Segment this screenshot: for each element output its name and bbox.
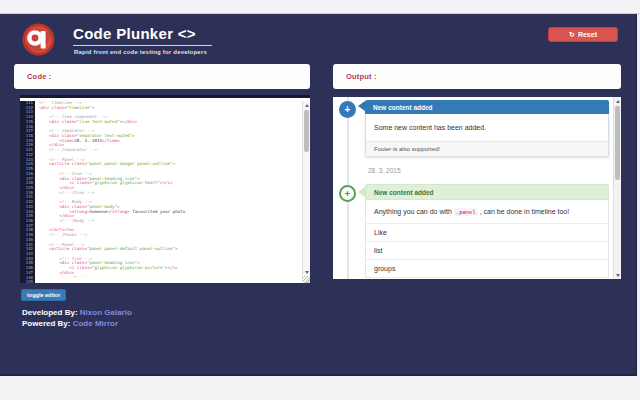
toggle-editor-label: toggle editor (27, 292, 60, 298)
list-item: Like (365, 224, 609, 242)
plus-glyph: + (345, 104, 351, 115)
output-vertical-scrollbar[interactable] (613, 97, 621, 279)
list-item: groups (365, 260, 609, 278)
refresh-icon: ↻ (569, 31, 575, 38)
code-section-header: Code : (14, 64, 310, 89)
scroll-down-arrow-icon[interactable] (614, 271, 621, 279)
code-editor[interactable]: 1111121131141151161171181191201211221231… (20, 95, 310, 283)
powered-by-line: Powered By: Code Mirror (22, 319, 118, 328)
scroll-up-arrow-icon[interactable] (614, 97, 621, 105)
timeline-plus-icon-primary: + (339, 101, 356, 118)
developed-by-line: Developed By: Nixon Galario (22, 308, 132, 317)
page-subtitle: Rapid front end code testing for develop… (74, 49, 207, 55)
panel2-notch (358, 187, 365, 197)
toggle-editor-button[interactable]: toggle editor (21, 289, 66, 301)
panel1-footer: Footer is also supported! (365, 141, 609, 157)
timeline-plus-icon-success: + (339, 185, 356, 202)
list-item: list (365, 242, 609, 260)
line-number: 149 (20, 280, 35, 283)
scroll-down-arrow-icon[interactable] (303, 268, 310, 276)
code-plunker-logo-icon (22, 23, 55, 56)
editor-vertical-scrollbar[interactable] (302, 101, 310, 283)
inline-code-chip: .panel (454, 208, 478, 216)
panel2-heading: New content added (365, 184, 609, 200)
panel2-body-text-before: Anything you can do with (374, 208, 452, 215)
panel2-body: Anything you can do with .panel , can be… (365, 200, 609, 224)
editor-gutter: 1111121131141151161171181191201211221231… (20, 101, 35, 283)
timeline-panel-primary: New content added Some new content has b… (365, 100, 609, 157)
scroll-up-arrow-icon[interactable] (303, 101, 310, 109)
reset-button[interactable]: ↻ Reset (548, 27, 618, 42)
page-title: Code Plunker <> (73, 25, 196, 42)
panel1-body: Some new content has been added. (365, 114, 609, 141)
timeline-list-group: Likelistgroups (365, 224, 609, 278)
timeline-panel-success: New content added Anything you can do wi… (365, 184, 609, 278)
panel1-notch (358, 101, 365, 111)
code-section-label: Code : (27, 72, 52, 81)
developed-by-label: Developed By: (22, 308, 78, 317)
panel2-body-text-after: , can be done in timeline too! (480, 208, 570, 215)
reset-button-label: Reset (578, 31, 597, 38)
panel1-heading: New content added (365, 100, 609, 114)
powered-by-link[interactable]: Code Mirror (73, 319, 118, 328)
developed-by-link[interactable]: Nixon Galario (80, 308, 132, 317)
code-line: <!-- /Icon --> (39, 276, 302, 277)
editor-code-lines[interactable]: <!-- timeline --><div class="timeline"> … (35, 101, 302, 277)
output-section-header: Output : (333, 64, 621, 89)
plus-glyph: + (345, 189, 350, 199)
timeline-date-separator: 28. 3. 2015 (368, 167, 401, 174)
output-preview: + New content added Some new content has… (333, 97, 621, 279)
powered-by-label: Powered By: (22, 319, 70, 328)
title-underline (73, 45, 212, 46)
output-scrollbar-thumb[interactable] (615, 106, 620, 180)
app-container: Code Plunker <> Rapid front end code tes… (0, 14, 637, 376)
output-section-label: Output : (346, 72, 377, 81)
window-top-strip (0, 0, 640, 14)
resize-handle[interactable] (303, 276, 310, 283)
editor-scrollbar-thumb[interactable] (304, 110, 309, 152)
